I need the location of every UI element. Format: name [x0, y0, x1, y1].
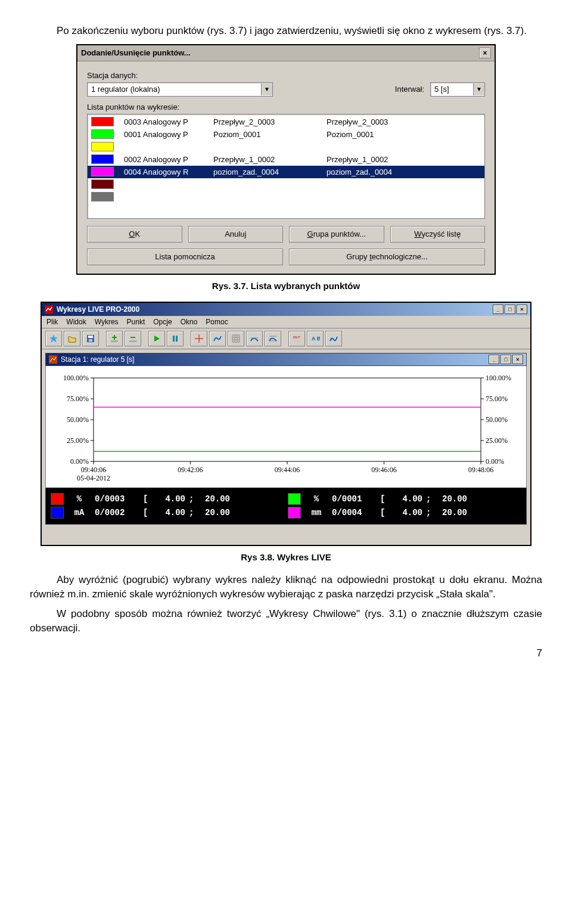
svg-rect-19 [293, 339, 300, 342]
svg-text:75.00%: 75.00% [486, 395, 508, 403]
svg-text:09:40:06: 09:40:06 [81, 466, 107, 474]
menu-item[interactable]: Wykres [95, 318, 119, 326]
chevron-down-icon[interactable]: ▼ [473, 83, 484, 95]
menu-item[interactable]: Punkt [127, 318, 145, 326]
page-number: 7 [30, 647, 542, 659]
live-chart-window: Wykresy LIVE PRO-2000 _ □ × PlikWidokWyk… [41, 302, 531, 546]
dialog-title: Dodanie/Usunięcie punktów... [81, 48, 191, 57]
play-icon[interactable] [148, 331, 165, 346]
svg-text:09:48:06: 09:48:06 [468, 466, 494, 474]
list-item[interactable] [88, 178, 484, 191]
remove-icon[interactable] [125, 331, 141, 346]
grid-icon[interactable] [228, 331, 244, 346]
chart-svg: 100.00%100.00%75.00%75.00%50.00%50.00%25… [52, 372, 523, 485]
close-icon[interactable]: × [479, 48, 491, 58]
legend-row: %0/0003[4.00;20.00%0/0001[4.00;20.00 [51, 493, 521, 505]
svg-rect-7 [112, 337, 117, 338]
svg-rect-3 [88, 336, 93, 338]
list-item[interactable] [88, 191, 484, 203]
app-icon [45, 305, 53, 314]
maximize-icon[interactable]: □ [505, 305, 515, 314]
caption-1: Rys. 3.7. Lista wybranych punktów [30, 281, 542, 291]
curve-icon[interactable] [325, 331, 342, 346]
svg-text:25.00%: 25.00% [67, 436, 89, 445]
group-button[interactable]: Grupa punktów... [289, 226, 384, 243]
svg-text:0.00%: 0.00% [70, 457, 89, 466]
svg-text:25.00%: 25.00% [486, 436, 508, 445]
intro-paragraph: Po zakończeniu wyboru punktów (rys. 3.7)… [30, 24, 542, 38]
app-title: Wykresy LIVE PRO-2000 [57, 305, 139, 314]
app-titlebar: Wykresy LIVE PRO-2000 _ □ × [42, 303, 530, 316]
color-swatch [91, 117, 114, 126]
crosshair-icon[interactable] [191, 331, 207, 346]
chevron-down-icon[interactable]: ▼ [261, 83, 272, 95]
window-buttons: _ □ × [493, 305, 527, 314]
chart-area: 100.00%100.00%75.00%75.00%50.00%50.00%25… [45, 366, 527, 488]
scale-icon[interactable] [246, 331, 263, 346]
save-icon[interactable] [82, 331, 99, 346]
cancel-button[interactable]: Anuluj [188, 226, 284, 243]
svg-text:PKT: PKT [293, 336, 300, 339]
maximize-icon[interactable]: □ [500, 355, 511, 364]
svg-text:0.00%: 0.00% [486, 457, 504, 466]
color-swatch [91, 142, 114, 151]
list-item[interactable]: 0003 Analogowy PPrzepływ_2_0003Przepływ_… [88, 116, 484, 128]
legend-color[interactable] [51, 493, 64, 505]
list-item[interactable]: 0002 Analogowy PPrzepływ_1_0002Przepływ_… [88, 153, 484, 166]
menu-item[interactable]: Opcje [153, 318, 172, 326]
legend-color[interactable] [288, 493, 301, 505]
clear-button[interactable]: Wyczyść listę [390, 226, 486, 243]
chart-icon [49, 355, 57, 364]
color-swatch [91, 129, 114, 139]
menu-item[interactable]: Okno [181, 318, 198, 326]
svg-rect-12 [176, 336, 178, 342]
list-item[interactable] [88, 141, 484, 153]
zoom-icon[interactable] [209, 331, 226, 346]
star-icon[interactable] [45, 331, 62, 346]
station-value: 1 regulator (lokalna) [88, 85, 261, 94]
legend-color[interactable] [288, 507, 301, 519]
aux-list-button[interactable]: Lista pomocnicza [87, 249, 283, 265]
interval-label: Interwał: [395, 85, 424, 94]
app-bottom-spacer [42, 525, 530, 545]
menu-item[interactable]: Widok [66, 318, 86, 326]
color-swatch [91, 179, 114, 189]
legend-row: mA0/0002[4.00;20.00mm0/0004[4.00;20.00 [51, 507, 521, 519]
ok-button[interactable]: OK [87, 226, 182, 243]
tech-groups-button[interactable]: Grupy technologiczne... [289, 249, 485, 265]
dialog-titlebar: Dodanie/Usunięcie punktów... × [77, 45, 495, 61]
station-label: Stacja danych: [87, 71, 485, 80]
auto-scale-icon[interactable] [265, 331, 281, 346]
menu-item[interactable]: Pomoc [206, 318, 228, 326]
svg-rect-5 [111, 340, 118, 342]
minimize-icon[interactable]: _ [489, 355, 499, 364]
svg-marker-10 [154, 336, 160, 342]
chart-title: Stacja 1: regulator 5 [s] [61, 355, 134, 364]
svg-text:09:46:06: 09:46:06 [371, 466, 397, 474]
svg-text:50.00%: 50.00% [67, 416, 89, 424]
svg-text:75.00%: 75.00% [67, 395, 89, 403]
close-icon[interactable]: × [512, 355, 523, 364]
pause-icon[interactable] [167, 331, 184, 346]
station-dropdown[interactable]: 1 regulator (lokalna) ▼ [87, 82, 273, 97]
list-item[interactable]: 0004 Analogowy Rpoziom_zad._0004poziom_z… [88, 166, 484, 178]
bottom-paragraph-2: W podobny sposób można również tworzyć „… [30, 607, 542, 635]
svg-text:100.00%: 100.00% [486, 374, 511, 382]
color-swatch [91, 192, 114, 201]
add-icon[interactable] [106, 331, 123, 346]
list-item[interactable]: 0001 Analogowy PPoziom_0001Poziom_0001 [88, 128, 484, 141]
ab-icon[interactable]: A B [307, 331, 324, 346]
close-icon[interactable]: × [517, 305, 527, 314]
interval-value: 5 [s] [431, 85, 473, 94]
minimize-icon[interactable]: _ [493, 305, 503, 314]
open-icon[interactable] [64, 331, 80, 346]
svg-text:09:42:06: 09:42:06 [178, 466, 203, 474]
interval-dropdown[interactable]: 5 [s] ▼ [430, 82, 485, 97]
menu-item[interactable]: Plik [46, 318, 58, 326]
svg-rect-11 [173, 336, 175, 342]
legend-color[interactable] [51, 507, 64, 519]
point-icon[interactable]: PKT [288, 331, 305, 346]
menu-bar: PlikWidokWykresPunktOpcjeOknoPomoc [42, 316, 530, 328]
points-listbox[interactable]: 0003 Analogowy PPrzepływ_2_0003Przepływ_… [87, 114, 485, 219]
svg-rect-4 [89, 339, 92, 342]
